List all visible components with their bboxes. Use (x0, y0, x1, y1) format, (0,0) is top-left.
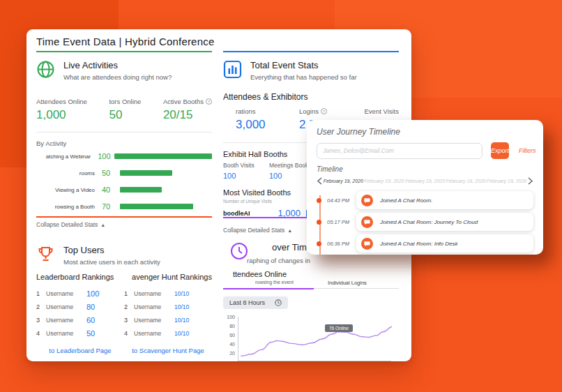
live-activities-title: Live Activities (63, 60, 172, 70)
timeline-dot (317, 220, 321, 225)
event-card[interactable]: Joined A Chat Room: Journey To Cloud (356, 213, 533, 231)
live-stats-row: Attendees Online 1,000 tors Online 50 Ac… (36, 98, 212, 122)
activity-bar-chart: atching a Webinar 100 rooms 50 Viewing a… (36, 149, 212, 214)
date-tab[interactable]: February 19, 2020 (486, 179, 527, 183)
event-text: Joined A Chat Room: Info Desk (380, 241, 457, 247)
scavenger-hunt-page-link[interactable]: to Scavenger Hunt Page (124, 347, 212, 354)
total-stats-subtitle: Everything that has happened so far (250, 73, 357, 81)
y-tick: 80 (223, 324, 235, 329)
event-text: Joined A Chat Room. (380, 197, 432, 204)
divider (36, 132, 212, 133)
info-icon[interactable]: ? (206, 98, 212, 105)
attendees-exhibitors-heading: Attendees & Exhibitors (223, 92, 399, 102)
chat-bubble-icon (361, 195, 373, 206)
time-panel-tabs: ttendees Online rowsing the event Indivi… (223, 270, 399, 289)
tab-attendees-online-sub: rowsing the event (255, 280, 294, 285)
stat-active-booths: Active Booths? 20/15 (163, 98, 212, 122)
user-journey-timeline-panel: User Journey Timeline Export Filters Tim… (307, 120, 543, 255)
chevron-right-icon[interactable] (527, 177, 533, 185)
collapse-caret-icon: ▲ (100, 223, 105, 227)
timeline-event: 05:17 PM Joined A Chat Room: Journey To … (317, 213, 533, 231)
timeline-events: 04:43 PM Joined A Chat Room. 05:17 PM Jo… (317, 191, 533, 255)
activity-bar (114, 153, 212, 159)
rank-row: 3Username60 (36, 313, 124, 326)
stat-registrations: rations 3,000 (223, 107, 266, 138)
live-activities-subtitle: What are attendees doing right now? (63, 73, 172, 81)
bar-row-booth: rowsing a Booth 70 (36, 199, 212, 214)
timeline-dot (317, 198, 321, 203)
collapse-caret-icon: ▲ (287, 228, 292, 233)
event-text: Joined A Chat Room: Journey To Cloud (380, 219, 478, 225)
top-users-header: Top Users Most active users in each acti… (36, 245, 212, 266)
by-activity-label: By Activity (36, 140, 212, 147)
date-tab[interactable]: February 19, 2020 (323, 179, 364, 183)
date-tab[interactable]: February 19, 2020 (446, 179, 487, 183)
time-panel-subtitle: raphing of changes in (247, 257, 310, 264)
info-icon[interactable]: ? (321, 108, 327, 114)
rank-row: 2Username80 (36, 300, 124, 313)
rank-row: 1Username100 (36, 287, 124, 300)
stat-booth-visits: Booth Visits 100 (223, 162, 269, 180)
timeline-label: Timeline (317, 165, 533, 173)
export-button[interactable]: Export (491, 142, 509, 159)
rank-row: 1Username10/10 (124, 287, 212, 300)
rankings: Leaderboard Rankings 1Username100 2Usern… (36, 273, 212, 354)
chevron-left-icon[interactable] (317, 177, 323, 185)
overlay-title: User Journey Timeline (317, 127, 533, 137)
leaderboard-rankings: Leaderboard Rankings 1Username100 2Usern… (36, 273, 124, 354)
scavenger-hunt-rankings: avenger Hunt Rankings 1Username10/10 2Us… (124, 273, 212, 354)
event-time: 05:17 PM (327, 219, 356, 225)
left-column: Live Activities What are attendees doing… (36, 54, 212, 359)
date-tab[interactable]: February 19, 2020 (404, 179, 446, 183)
rank-row: 4Username50 (36, 326, 124, 340)
line-plot-area (238, 317, 391, 361)
filters-link[interactable]: Filters (519, 147, 536, 154)
event-card[interactable]: Joined A Chat Room: Info Desk (356, 234, 533, 252)
chat-bubble-icon (361, 238, 373, 250)
activity-bar (120, 170, 172, 176)
live-activities-rule (36, 51, 212, 52)
y-tick: 100 (223, 315, 235, 319)
y-tick: 40 (223, 342, 235, 347)
trophy-icon (36, 245, 55, 264)
event-time: 06:36 PM (327, 241, 356, 247)
collapse-detailed-stats-link[interactable]: Collapse Detailed Stats▲ (36, 221, 212, 228)
stat-attendees-online: Attendees Online 1,000 (36, 98, 87, 122)
email-search-input[interactable] (317, 143, 483, 159)
date-tabs: February 19, 2020 February 19, 2020 Febr… (317, 177, 533, 185)
leaderboard-page-link[interactable]: to Leaderboard Page (36, 347, 124, 354)
live-activities-header: Live Activities What are attendees doing… (36, 60, 212, 81)
tab-underline (314, 288, 399, 289)
timeline-event: 06:36 PM Joined A Chat Room: Info Desk (317, 234, 533, 252)
time-panel-title: over Tim (272, 242, 307, 252)
event-card[interactable]: Joined A Chat Room. (356, 191, 533, 209)
event-time: 04:43 PM (327, 197, 356, 204)
bar-row-webinar: atching a Webinar 100 (36, 149, 212, 164)
total-stats-rule (223, 51, 399, 52)
page-title: Time Event Data | Hybrid Conference (36, 36, 214, 47)
timeline-dot (317, 241, 321, 246)
chart-tooltip: 76 Online (325, 324, 353, 332)
activity-bar (120, 187, 162, 193)
tab-attendees-online[interactable]: ttendees Online (233, 270, 287, 278)
active-tab-underline (223, 288, 314, 289)
globe-icon (36, 60, 55, 79)
time-range-selector[interactable]: Last 8 Hours (223, 296, 288, 309)
top-users-subtitle: Most active users in each activity (63, 258, 160, 266)
timeline-event: 04:43 PM Joined A Chat Room. (317, 191, 533, 209)
rank-row: 4Username10/10 (124, 326, 212, 340)
history-clock-icon (275, 299, 282, 306)
y-tick: 20 (223, 351, 235, 356)
bar-chart-icon (223, 60, 242, 79)
attendees-online-chart: 100 80 60 40 20 76 Online (223, 315, 399, 361)
top-users-title: Top Users (63, 245, 160, 255)
total-stats-title: Total Event Stats (250, 60, 357, 70)
bar-row-rooms: rooms 50 (36, 165, 212, 181)
rank-row: 2Username10/10 (124, 300, 212, 313)
clock-icon (230, 242, 248, 263)
date-tab[interactable]: February 19, 2020 (364, 179, 405, 183)
bar-row-video: Viewing a Video 40 (36, 182, 212, 197)
tab-individual-logins[interactable]: Individual Logins (328, 280, 367, 286)
activity-bar (120, 204, 193, 209)
total-stats-header: Total Event Stats Everything that has ha… (223, 60, 399, 81)
